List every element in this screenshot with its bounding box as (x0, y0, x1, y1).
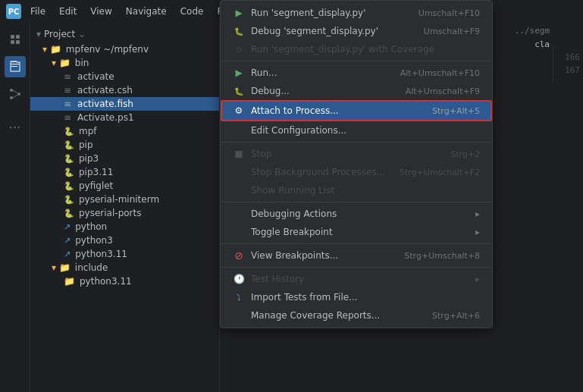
menu-run-file-label: Run 'segment_display.py' (251, 8, 406, 18)
tree-item-label: mpfenv ~/mpfenv (66, 44, 149, 55)
menu-attach-process[interactable]: ⚙ Attach to Process... Strg+Alt+5 (221, 100, 492, 121)
menu-debug-file[interactable]: 🐛 Debug 'segment_display.py' Umschalt+F9 (221, 22, 492, 40)
svg-line-11 (13, 95, 17, 98)
tree-pip[interactable]: 🐍 pip (30, 138, 219, 152)
tree-pip3[interactable]: 🐍 pip3 (30, 152, 219, 165)
tree-pyfiglet[interactable]: 🐍 pyfiglet (30, 179, 219, 193)
tree-include[interactable]: ▾ 📁 include (30, 261, 219, 274)
tree-item-label: pyserial-ports (79, 208, 142, 218)
py-link-icon: ↗ (64, 249, 71, 259)
menu-debug-general-label: Debug... (251, 86, 393, 96)
tree-python3[interactable]: ↗ python3 (30, 234, 219, 247)
menu-run-file[interactable]: ▶ Run 'segment_display.py' Umschalt+F10 (221, 4, 492, 22)
tree-item-label: pyfiglet (79, 180, 113, 191)
tree-item-label: pip (79, 140, 93, 150)
tree-pyserial-ports[interactable]: 🐍 pyserial-ports (30, 206, 219, 220)
py-icon: 🐍 (64, 195, 74, 205)
files-icon[interactable] (5, 56, 26, 77)
menu-view-breakpoints[interactable]: ⊘ View Breakpoints... Strg+Umschalt+8 (221, 246, 492, 265)
menu-edit-configurations[interactable]: Edit Configurations... (221, 121, 492, 140)
svg-rect-5 (11, 64, 19, 64)
menu-stop-bg-shortcut: Strg+Umschalt+F2 (400, 168, 480, 177)
menu-debug-general[interactable]: 🐛 Debug... Alt+Umschalt+F9 (221, 82, 492, 100)
tree-bin[interactable]: ▾ 📁 bin (30, 56, 219, 70)
tree-item-label: mpf (79, 126, 97, 136)
menu-edit-configurations-label: Edit Configurations... (251, 125, 480, 136)
line-numbers: 166167 (553, 45, 583, 83)
tree-mpf[interactable]: 🐍 mpf (30, 124, 219, 138)
folder-icon: ▾ 📁 (52, 58, 71, 68)
menu-manage-coverage-shortcut: Strg+Alt+6 (432, 311, 480, 321)
tree-activate-ps1[interactable]: ≡ Activate.ps1 (30, 111, 219, 124)
menu-code[interactable]: Code (174, 5, 210, 18)
py-icon: 🐍 (64, 168, 74, 177)
more-icon[interactable]: ··· (5, 117, 26, 138)
tree-item-label: include (75, 262, 108, 273)
run-icon: ▶ (233, 7, 245, 19)
menu-stop-bg-label: Stop Background Processes... (251, 167, 387, 177)
menu-edit[interactable]: Edit (53, 5, 83, 18)
menu-import-tests[interactable]: ⤵ Import Tests from File... (221, 288, 492, 306)
tree-activate-csh[interactable]: ≡ activate.csh (30, 83, 219, 97)
svg-rect-6 (11, 66, 17, 67)
chevron-down-icon: ⌄ (78, 29, 86, 39)
menu-manage-coverage[interactable]: Manage Coverage Reports... Strg+Alt+6 (221, 306, 492, 325)
menu-debugging-actions[interactable]: Debugging Actions ▸ (221, 205, 492, 223)
tree-activate[interactable]: ≡ activate (30, 70, 219, 83)
menu-running-list-label: Show Running List (251, 185, 480, 196)
menu-view-breakpoints-label: View Breakpoints... (251, 250, 392, 261)
menu-running-list: Show Running List (221, 181, 492, 199)
tree-include-python311[interactable]: 📁 python3.11 (30, 274, 219, 288)
menu-debug-general-shortcut: Alt+Umschalt+F9 (406, 86, 480, 96)
arrow-icon-2: ▸ (475, 227, 480, 237)
tree-item-label: activate.fish (77, 99, 133, 109)
folder-icon: ▾ 📁 (42, 44, 61, 55)
py-icon: 🐍 (64, 140, 74, 150)
tree-activate-fish[interactable]: ≡ activate.fish (30, 97, 219, 111)
file-lines-icon: ≡ (64, 71, 71, 82)
debugging-actions-icon (233, 208, 245, 220)
menu-stop-bg: Stop Background Processes... Strg+Umscha… (221, 163, 492, 181)
tree-item-label: python3.11 (80, 276, 132, 287)
tree-item-label: python3.11 (75, 249, 127, 259)
menu-test-history: 🕐 Test History ▸ (221, 270, 492, 288)
chevron-icon: ▾ (36, 29, 41, 39)
edit-config-icon (233, 124, 245, 136)
sidebar: ▾ Project ⌄ ▾ 📁 mpfenv ~/mpfenv ▾ 📁 bin … (30, 23, 220, 392)
tree-item-label: python (75, 221, 107, 232)
separator-3 (221, 202, 492, 202)
menu-view[interactable]: View (84, 5, 118, 18)
tree-python311[interactable]: ↗ python3.11 (30, 247, 219, 261)
menu-debug-file-shortcut: Umschalt+F9 (424, 27, 480, 36)
menu-run-general[interactable]: ▶ Run... Alt+Umschalt+F10 (221, 64, 492, 82)
project-icon[interactable] (5, 29, 26, 50)
tree-item-label: pyserial-miniterm (79, 194, 159, 205)
menu-run-coverage-label: Run 'segment_display.py' with Coverage (251, 44, 480, 55)
py-link-icon: ↗ (64, 236, 71, 246)
debug-icon: 🐛 (233, 25, 245, 37)
menu-navigate[interactable]: Navigate (120, 5, 173, 18)
tree-mpfenv[interactable]: ▾ 📁 mpfenv ~/mpfenv (30, 42, 219, 56)
tree-item-label: bin (75, 58, 89, 68)
debug-general-icon: 🐛 (233, 85, 245, 97)
project-label: Project (44, 29, 75, 39)
py-icon: 🐍 (64, 154, 74, 164)
left-toolbar: ··· (0, 23, 30, 392)
toggle-breakpoint-icon (233, 226, 245, 238)
menu-stop-label: Stop (251, 149, 438, 159)
structure-icon[interactable] (5, 83, 26, 105)
import-icon: ⤵ (233, 291, 245, 303)
menu-file[interactable]: File (24, 5, 52, 18)
py-icon: 🐍 (64, 209, 74, 218)
tree-item-label: pip3.11 (79, 167, 113, 177)
tree-item-label: activate.csh (77, 85, 133, 96)
menu-test-history-label: Test History (251, 274, 469, 284)
running-list-icon (233, 184, 245, 196)
tree-python[interactable]: ↗ python (30, 220, 219, 234)
tree-pip311[interactable]: 🐍 pip3.11 (30, 165, 219, 179)
svg-rect-1 (16, 35, 20, 39)
menu-debug-file-label: Debug 'segment_display.py' (251, 26, 412, 36)
tree-pyserial-miniterm[interactable]: 🐍 pyserial-miniterm (30, 193, 219, 206)
project-header[interactable]: ▾ Project ⌄ (30, 26, 219, 42)
menu-toggle-breakpoint[interactable]: Toggle Breakpoint ▸ (221, 223, 492, 241)
